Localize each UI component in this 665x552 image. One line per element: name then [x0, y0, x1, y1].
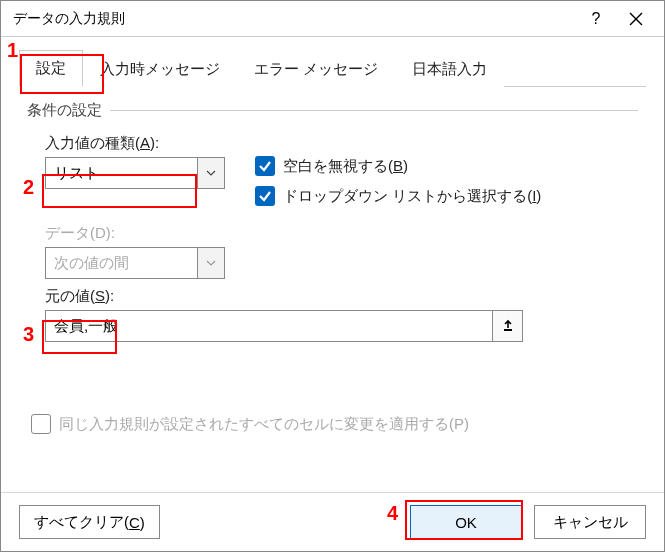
source-input-value[interactable]: 会員,一般 [45, 310, 493, 342]
ignore-blank-checkbox[interactable] [255, 156, 275, 176]
data-label: データ(D): [45, 224, 237, 243]
dialog-title: データの入力規則 [13, 10, 576, 28]
range-picker-button[interactable] [493, 310, 523, 342]
tab-content-settings: 条件の設定 入力値の種類(A): リスト [19, 87, 646, 442]
svg-rect-3 [504, 329, 512, 331]
ignore-blank-label: 空白を無視する(B) [283, 157, 408, 176]
data-combo-value: 次の値の間 [45, 247, 197, 279]
allow-combo[interactable]: リスト [45, 157, 225, 189]
dropdown-label: ドロップダウン リストから選択する(I) [283, 187, 541, 206]
dialog-body: 設定 入力時メッセージ エラー メッセージ 日本語入力 条件の設定 入力値の種類… [1, 37, 664, 456]
tab-settings[interactable]: 設定 [19, 50, 83, 87]
divider [110, 110, 638, 111]
apply-all-row: 同じ入力規則が設定されたすべてのセルに変更を適用する(P) [27, 414, 638, 434]
source-input[interactable]: 会員,一般 [45, 310, 523, 342]
ok-button[interactable]: OK [410, 505, 522, 539]
titlebar: データの入力規則 ? [1, 1, 664, 37]
data-row: データ(D): 次の値の間 [27, 224, 638, 279]
tab-ime[interactable]: 日本語入力 [395, 51, 504, 87]
cancel-button[interactable]: キャンセル [534, 505, 646, 539]
svg-text:?: ? [592, 11, 601, 27]
ignore-blank-row[interactable]: 空白を無視する(B) [255, 156, 638, 176]
allow-label: 入力値の種類(A): [45, 134, 237, 153]
dialog-window: データの入力規則 ? 設定 入力時メッセージ エラー メッセージ 日本語入力 条… [0, 0, 665, 552]
apply-all-checkbox [31, 414, 51, 434]
dropdown-checkbox[interactable] [255, 186, 275, 206]
chevron-down-icon [197, 247, 225, 279]
tab-input-message[interactable]: 入力時メッセージ [83, 51, 237, 87]
allow-row: 入力値の種類(A): リスト 空白を無視する(B) [27, 134, 638, 216]
tab-error-alert[interactable]: エラー メッセージ [237, 51, 395, 87]
allow-combo-value: リスト [45, 157, 197, 189]
criteria-group-text: 条件の設定 [27, 101, 102, 120]
help-button[interactable]: ? [576, 3, 616, 35]
chevron-down-icon[interactable] [197, 157, 225, 189]
source-row: 元の値(S): 会員,一般 [27, 287, 638, 342]
criteria-group-label: 条件の設定 [27, 101, 638, 120]
dialog-footer: すべてクリア(C) OK キャンセル [1, 492, 664, 551]
close-button[interactable] [616, 3, 656, 35]
apply-all-label: 同じ入力規則が設定されたすべてのセルに変更を適用する(P) [59, 415, 469, 434]
dropdown-row[interactable]: ドロップダウン リストから選択する(I) [255, 186, 638, 206]
tab-bar: 設定 入力時メッセージ エラー メッセージ 日本語入力 [19, 49, 646, 87]
clear-all-button[interactable]: すべてクリア(C) [19, 505, 160, 539]
data-combo: 次の値の間 [45, 247, 225, 279]
source-label: 元の値(S): [45, 287, 638, 306]
